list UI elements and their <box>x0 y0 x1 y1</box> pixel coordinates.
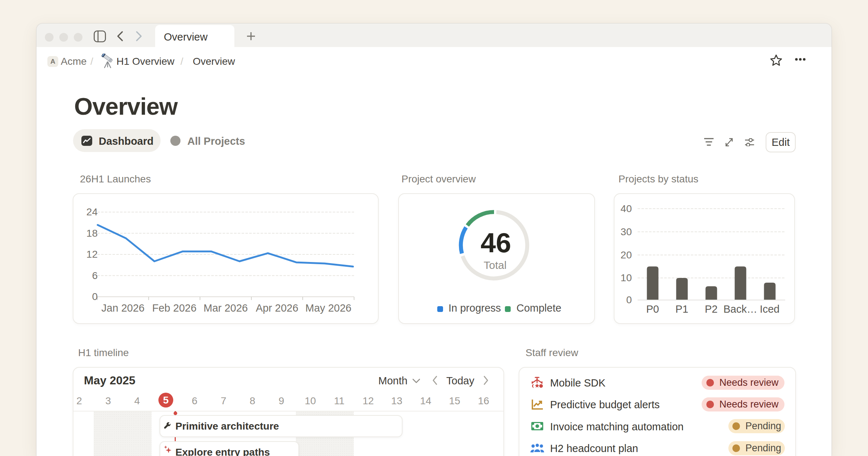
svg-text:P0: P0 <box>646 303 659 315</box>
svg-text:18: 18 <box>86 228 98 239</box>
svg-text:10: 10 <box>621 272 632 283</box>
svg-text:Apr 2026: Apr 2026 <box>256 302 298 314</box>
svg-text:P1: P1 <box>676 303 688 315</box>
svg-text:40: 40 <box>621 203 632 214</box>
svg-text:Mar 2026: Mar 2026 <box>204 302 248 314</box>
svg-text:Iced: Iced <box>760 303 780 315</box>
svg-text:6: 6 <box>92 270 98 281</box>
svg-text:Feb 2026: Feb 2026 <box>152 302 197 314</box>
svg-text:In progress: In progress <box>448 302 501 314</box>
svg-text:0: 0 <box>626 294 632 305</box>
svg-text:0: 0 <box>92 291 98 302</box>
svg-text:30: 30 <box>621 226 632 237</box>
svg-text:12: 12 <box>86 249 98 260</box>
svg-text:46: 46 <box>481 227 511 258</box>
svg-text:24: 24 <box>86 206 98 218</box>
svg-text:20: 20 <box>621 249 632 261</box>
svg-text:Complete: Complete <box>516 302 561 314</box>
svg-text:P2: P2 <box>705 303 718 315</box>
svg-text:May 2026: May 2026 <box>305 302 351 314</box>
svg-text:Total: Total <box>484 259 506 271</box>
svg-text:Back…: Back… <box>723 303 757 315</box>
svg-text:Jan 2026: Jan 2026 <box>101 302 144 314</box>
